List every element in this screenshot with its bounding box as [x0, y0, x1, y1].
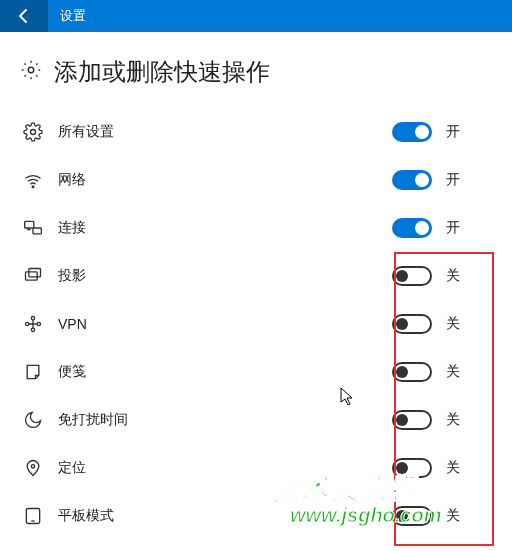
state-connect: 开	[446, 219, 466, 237]
titlebar: 设置	[0, 0, 512, 32]
row-label-location: 定位	[58, 459, 392, 477]
toggle-connect[interactable]	[392, 218, 432, 238]
svg-rect-5	[26, 272, 38, 280]
toggle-quiet-hours[interactable]	[392, 410, 432, 430]
svg-rect-6	[29, 269, 41, 277]
row-label-vpn: VPN	[58, 316, 392, 332]
row-label-note: 便笺	[58, 363, 392, 381]
tablet-icon	[20, 506, 46, 526]
toggle-network[interactable]	[392, 170, 432, 190]
svg-point-1	[31, 130, 36, 135]
svg-point-8	[37, 322, 40, 325]
row-project: 投影 关	[20, 252, 492, 300]
page-content: 添加或删除快速操作 所有设置 开 网络 开 连接 开	[0, 32, 512, 540]
project-icon	[20, 266, 46, 286]
svg-point-2	[32, 186, 34, 188]
titlebar-title: 设置	[60, 7, 86, 25]
gear-icon	[20, 59, 42, 85]
toggle-note[interactable]	[392, 362, 432, 382]
row-label-network: 网络	[58, 171, 392, 189]
state-all-settings: 开	[446, 123, 466, 141]
row-network: 网络 开	[20, 156, 492, 204]
toggle-location[interactable]	[392, 458, 432, 478]
page-header: 添加或删除快速操作	[20, 56, 492, 88]
moon-icon	[20, 410, 46, 430]
row-label-connect: 连接	[58, 219, 392, 237]
page-title: 添加或删除快速操作	[54, 56, 270, 88]
state-location: 关	[446, 459, 466, 477]
row-label-tablet-mode: 平板模式	[58, 507, 392, 525]
row-location: 定位 关	[20, 444, 492, 492]
vpn-icon	[20, 314, 46, 334]
row-connect: 连接 开	[20, 204, 492, 252]
svg-point-10	[31, 328, 34, 331]
row-label-project: 投影	[58, 267, 392, 285]
row-quiet-hours: 免打扰时间 关	[20, 396, 492, 444]
svg-point-9	[31, 317, 34, 320]
state-project: 关	[446, 267, 466, 285]
toggle-tablet-mode[interactable]	[392, 506, 432, 526]
row-note: 便笺 关	[20, 348, 492, 396]
toggle-project[interactable]	[392, 266, 432, 286]
row-all-settings: 所有设置 开	[20, 108, 492, 156]
state-note: 关	[446, 363, 466, 381]
location-icon	[20, 458, 46, 478]
state-network: 开	[446, 171, 466, 189]
state-vpn: 关	[446, 315, 466, 333]
svg-point-7	[26, 322, 29, 325]
svg-rect-4	[33, 228, 41, 234]
arrow-left-icon	[16, 8, 32, 24]
toggle-vpn[interactable]	[392, 314, 432, 334]
note-icon	[20, 362, 46, 382]
connect-icon	[20, 218, 46, 238]
row-label-quiet-hours: 免打扰时间	[58, 411, 392, 429]
state-quiet-hours: 关	[446, 411, 466, 429]
row-label-all-settings: 所有设置	[58, 123, 392, 141]
svg-point-11	[31, 465, 34, 468]
row-vpn: VPN 关	[20, 300, 492, 348]
state-tablet-mode: 关	[446, 507, 466, 525]
svg-point-0	[28, 67, 34, 73]
wifi-icon	[20, 170, 46, 190]
back-button[interactable]	[0, 0, 48, 32]
row-tablet-mode: 平板模式 关	[20, 492, 492, 540]
settings-icon	[20, 122, 46, 142]
toggle-all-settings[interactable]	[392, 122, 432, 142]
svg-rect-3	[25, 221, 34, 228]
